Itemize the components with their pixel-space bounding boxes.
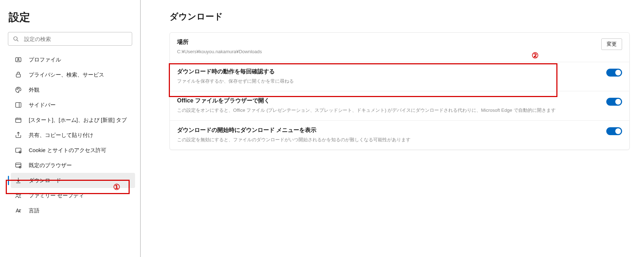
sidebar-item-label: [スタート]、[ホーム]、および [新規] タブ (29, 116, 127, 124)
svg-line-1 (17, 40, 18, 41)
sidebar-item-label: 外観 (29, 86, 40, 93)
share-icon (14, 131, 22, 139)
sidebar-item-privacy[interactable]: プライバシー、検索、サービス (11, 67, 135, 82)
search-wrap (8, 32, 132, 46)
row-location: 場所 C:¥Users¥kouyou.nakamura¥Downloads 変更 (170, 33, 629, 62)
sidebar-item-family-safety[interactable]: ファミリー セーフティ (11, 188, 135, 203)
svg-point-19 (19, 194, 20, 195)
office-title: Office ファイルをブラウザーで開く (177, 97, 599, 105)
ask-toggle[interactable] (606, 69, 622, 77)
svg-point-6 (18, 88, 18, 89)
tab-icon (14, 116, 22, 124)
sidebar-item-label: プロファイル (29, 56, 61, 63)
sidebar-item-label: ダウンロード (29, 177, 61, 184)
svg-rect-8 (16, 102, 21, 107)
sidebar-item-label: 共有、コピーして貼り付け (29, 132, 93, 139)
ask-desc: ファイルを保存するか、保存せずに開くかを常に尋ねる (177, 78, 599, 85)
sidebar-nav: プロファイル プライバシー、検索、サービス 外観 サイドバー (0, 52, 140, 218)
search-box[interactable] (8, 32, 132, 46)
menu-toggle[interactable] (606, 127, 622, 135)
row-ask-each-download: ダウンロード時の動作を毎回確認する ファイルを保存するか、保存せずに開くかを常に… (170, 62, 629, 92)
search-icon (12, 35, 20, 43)
sidebar-item-appearance[interactable]: 外観 (11, 82, 135, 97)
menu-desc: この設定を無効にすると、ファイルのダウンロードがいつ開始されるかを知るのが難しく… (177, 136, 599, 143)
svg-point-18 (16, 193, 18, 195)
sidebar-item-languages[interactable]: 言語 (11, 203, 135, 218)
settings-card: 場所 C:¥Users¥kouyou.nakamura¥Downloads 変更… (170, 32, 630, 150)
sidebar-item-label: 既定のブラウザー (29, 162, 72, 169)
svg-point-3 (18, 59, 19, 60)
settings-sidebar: 設定 プロファイル プライバシー、検索、サービス (0, 0, 141, 257)
sidebar-icon (14, 101, 22, 109)
sidebar-item-downloads[interactable]: ダウンロード (11, 173, 135, 188)
svg-point-0 (14, 37, 17, 40)
sidebar-item-sidebar[interactable]: サイドバー (11, 97, 135, 113)
profile-icon (14, 56, 22, 64)
page-title: ダウンロード (170, 11, 630, 22)
svg-rect-14 (16, 163, 21, 167)
row-open-office-in-browser: Office ファイルをブラウザーで開く この設定をオンにすると、Office … (170, 91, 629, 121)
language-icon (14, 207, 22, 215)
settings-title: 設定 (0, 7, 140, 32)
download-icon (14, 176, 22, 184)
sidebar-item-label: Cookie とサイトのアクセス許可 (29, 147, 106, 154)
sidebar-item-label: ファミリー セーフティ (29, 192, 84, 199)
sidebar-item-label: プライバシー、検索、サービス (29, 71, 104, 78)
browser-icon (14, 161, 22, 169)
sidebar-item-start-home-newtab[interactable]: [スタート]、[ホーム]、および [新規] タブ (11, 113, 135, 128)
lock-icon (14, 71, 22, 79)
sidebar-item-label: サイドバー (29, 101, 56, 109)
svg-point-5 (17, 89, 18, 90)
sidebar-item-default-browser[interactable]: 既定のブラウザー (11, 158, 135, 173)
main-content: ダウンロード 場所 C:¥Users¥kouyou.nakamura¥Downl… (141, 0, 644, 257)
change-location-button[interactable]: 変更 (601, 38, 622, 50)
sidebar-item-label: 言語 (29, 207, 40, 214)
palette-icon (14, 86, 22, 94)
family-icon (14, 192, 22, 199)
sidebar-item-cookies[interactable]: Cookie とサイトのアクセス許可 (11, 143, 135, 158)
svg-rect-12 (16, 148, 21, 152)
row-show-download-menu: ダウンロードの開始時にダウンロード メニューを表示 この設定を無効にすると、ファ… (170, 121, 629, 150)
location-path: C:¥Users¥kouyou.nakamura¥Downloads (177, 48, 594, 55)
office-desc: この設定をオンにすると、Office ファイル (プレゼンテーション、スプレッド… (177, 107, 599, 114)
sidebar-item-share-copy-paste[interactable]: 共有、コピーして貼り付け (11, 128, 135, 143)
sidebar-item-profile[interactable]: プロファイル (11, 52, 135, 67)
svg-point-7 (19, 89, 20, 90)
office-toggle[interactable] (606, 98, 622, 106)
svg-rect-10 (16, 118, 21, 123)
search-input[interactable] (24, 36, 128, 42)
cookies-icon (14, 146, 22, 154)
svg-rect-4 (16, 74, 20, 77)
location-title: 場所 (177, 38, 594, 46)
menu-title: ダウンロードの開始時にダウンロード メニューを表示 (177, 127, 599, 134)
ask-title: ダウンロード時の動作を毎回確認する (177, 68, 599, 75)
